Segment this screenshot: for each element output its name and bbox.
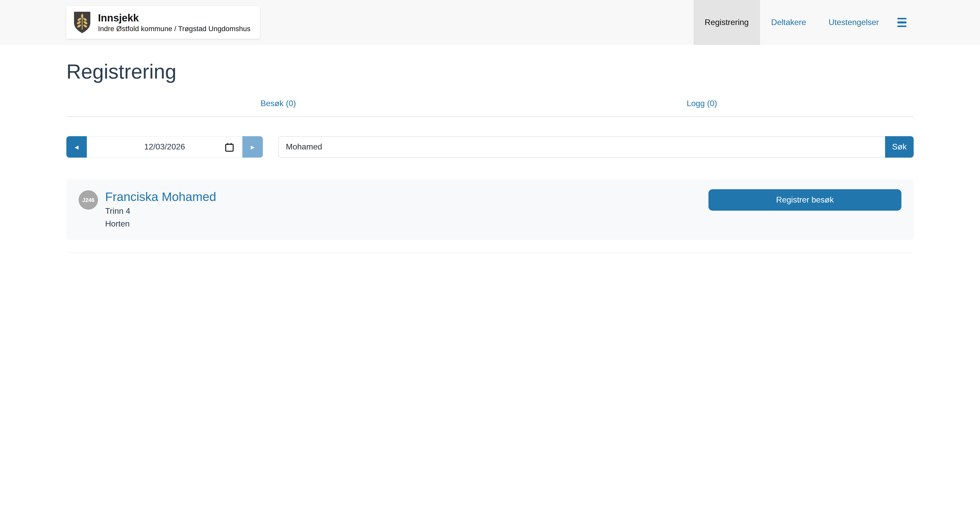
app-title: Innsjekk (98, 11, 251, 24)
date-value: 12/03/2026 (144, 142, 185, 151)
participant-grade: Trinn 4 (105, 206, 216, 217)
previous-day-button[interactable]: ◀ (66, 136, 87, 158)
filter-bar: ◀ 12/03/2026 ▶ Søk (66, 136, 914, 158)
search-button[interactable]: Søk (885, 136, 914, 158)
tab-besok[interactable]: Besøk (0) (66, 96, 490, 116)
hamburger-menu-icon[interactable] (890, 0, 914, 45)
nav-item-registrering[interactable]: Registrering (694, 0, 760, 45)
main-nav: Registrering Deltakere Utestengelser (694, 0, 914, 45)
participant-card: J246 Franciska Mohamed Trinn 4 Horten Re… (66, 179, 914, 240)
next-day-button[interactable]: ▶ (242, 136, 263, 158)
top-header: Innsjekk Indre Østfold kommune / Trøgsta… (0, 0, 980, 45)
register-visit-button[interactable]: Registrer besøk (708, 189, 901, 211)
avatar: J246 (79, 190, 98, 209)
participant-city: Horten (105, 218, 216, 230)
search-input[interactable] (278, 136, 885, 158)
app-viewport: Innsjekk Indre Østfold kommune / Trøgsta… (0, 0, 980, 253)
participant-list: J246 Franciska Mohamed Trinn 4 Horten Re… (66, 179, 914, 253)
nav-item-utestengelser[interactable]: Utestengelser (818, 0, 890, 45)
calendar-icon[interactable] (225, 143, 234, 152)
participant-name-link[interactable]: Franciska Mohamed (105, 189, 216, 204)
participant-card: L5 Frederika Mohamed Trinn 3 Farsund Eni… (66, 252, 914, 253)
date-navigation: ◀ 12/03/2026 ▶ (66, 136, 263, 158)
page-title: Registrering (66, 59, 914, 84)
nav-item-deltakere[interactable]: Deltakere (760, 0, 818, 45)
search-group: Søk (278, 136, 914, 158)
municipality-shield-icon (73, 11, 91, 34)
org-subtitle: Indre Østfold kommune / Trøgstad Ungdoms… (98, 24, 251, 33)
date-input[interactable]: 12/03/2026 (87, 136, 242, 158)
sub-tabs: Besøk (0) Logg (0) (66, 96, 914, 117)
brand-logo-card[interactable]: Innsjekk Indre Østfold kommune / Trøgsta… (66, 6, 260, 39)
tab-logg[interactable]: Logg (0) (490, 96, 914, 116)
